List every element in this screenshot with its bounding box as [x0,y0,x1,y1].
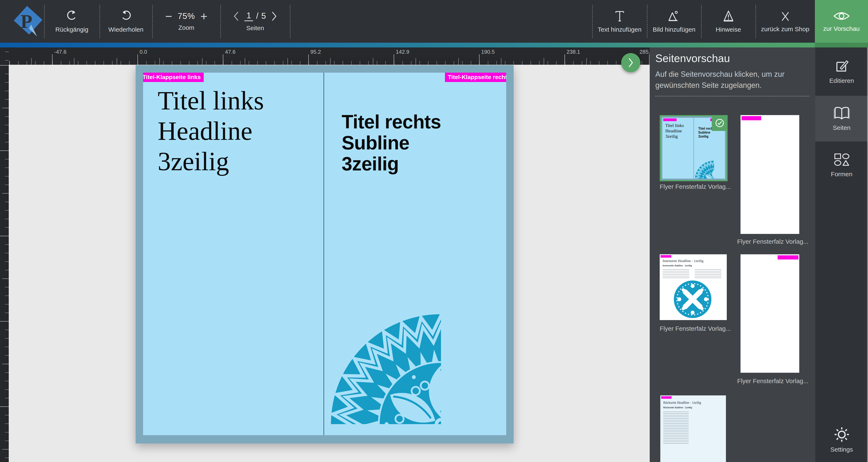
app-window: P Rückgängig Wiederholen [0,0,868,462]
redo-button[interactable]: Wiederholen [99,0,152,43]
horizontal-ruler: -47.6 0.0 47.6 95.2 142.9 190.5 238.1 28… [9,47,650,65]
pages-label: Seiten [246,25,264,32]
svg-text:P: P [21,11,32,32]
mini-title-left: Titel linksHeadline3zeilig [665,123,684,139]
mini-page-tag [660,255,671,258]
tab-seiten[interactable]: Seiten [815,96,868,141]
mini-page-tag [778,255,799,260]
image-icon [668,10,681,23]
ruler-label: 190.5 [8,402,9,427]
panel-subtitle: Auf die Seitenvorschau klicken, um zur g… [655,69,797,91]
window-edge [867,47,868,462]
toolbar-separator [290,5,290,38]
mini-page-tag [742,116,761,120]
zoom-out-button[interactable]: − [165,12,172,21]
ruler-label: 142.9 [8,317,9,342]
thumbnail-caption: Flyer Fensterfalz Vorlag... [737,238,808,245]
text-icon [613,10,626,23]
ruler-label: 238.1 [566,49,580,55]
thumbnail-caption: Flyer Fensterfalz Vorlag... [737,377,808,385]
ruler-label: 95.2 [310,49,321,55]
mini-heading: Rückseite Headline - 1zeilig [663,401,701,404]
preview-button[interactable]: zur Vorschau [815,0,868,43]
ruler-label: 142.9 [396,49,409,55]
thumbnail-page-1[interactable]: Titel linksHeadline3zeilig Titel rechtsS… [660,115,727,181]
zoom-control: − 75% + Zoom [152,0,220,43]
ruler-label: 95.2 [8,232,9,257]
gear-icon [834,427,849,442]
panel-title: Seitenvorschau [655,52,730,65]
next-page-fab[interactable] [621,53,640,72]
shapes-icon [833,152,850,167]
ruler-label: 47.6 [225,49,236,55]
document-page[interactable]: Titel-Klappseite links Titel-Klappseite … [135,65,514,443]
close-icon [779,10,792,22]
vertical-ruler: 0.0 47.6 95.2 142.9 190.5 [0,47,9,462]
mini-page-tag [663,119,677,121]
page-tag-right: Titel-Klappseite rechts [445,73,506,82]
zoom-value[interactable]: 75% [178,11,195,21]
printformer-logo[interactable]: P [10,4,44,39]
mini-subline: Innenseite Subline - 1zeilig [662,264,692,267]
accent-gradient-bar-shade [815,43,868,48]
page-artwork: Titel-Klappseite links Titel-Klappseite … [143,73,506,435]
ruler-label: 0.0 [8,61,9,86]
zoom-label: Zoom [178,24,194,31]
page-nav: 1 / 5 Seiten [220,0,290,43]
tool-rail: Editieren Seiten Formen [815,47,868,462]
warning-icon [722,10,735,23]
mini-heading: Innenseite Headline - 1zeilig [662,259,704,263]
eye-icon [833,11,850,22]
mini-x-ornament [673,280,712,319]
back-to-shop-button[interactable]: zurück zum Shop [755,0,815,43]
book-icon [833,106,850,121]
page-separator: / [256,12,258,21]
canvas-workspace[interactable]: -47.6 0.0 47.6 95.2 142.9 190.5 238.1 28… [0,47,650,462]
undo-icon [65,10,78,23]
selected-check-badge [712,115,727,131]
edit-icon [834,59,849,73]
title-left-textframe[interactable]: Titel linksHeadline3zeilig [158,86,264,177]
hints-button[interactable]: Hinweise [701,0,755,43]
page-preview-panel: Seitenvorschau Auf die Seitenvorschau kl… [650,47,815,462]
thumbnail-page-4[interactable] [741,254,799,373]
accent-gradient-bar [0,43,868,48]
fold-line [323,73,324,435]
panel-divider [655,96,809,97]
title-right-textframe[interactable]: Titel rechtsSubline3zeilig [342,111,441,174]
tab-settings[interactable]: Settings [815,418,868,462]
tab-editieren[interactable]: Editieren [815,47,868,96]
add-text-button[interactable]: Text hinzufügen [592,0,647,43]
ruler-label: 285.7 [640,49,650,55]
page-tag-left: Titel-Klappseite links [143,73,204,82]
preview-label: zur Vorschau [823,25,860,32]
mini-page-tag [661,396,672,399]
undo-button[interactable]: Rückgängig [44,0,99,43]
thumbnail-caption: Flyer Fensterfalz Vorlag... [660,183,731,190]
thumbnail-page-5[interactable]: Rückseite Headline - 1zeilig Rückseite S… [660,395,726,462]
tab-formen[interactable]: Formen [815,141,868,188]
thumbnail-page-2[interactable] [741,115,799,234]
mini-bodytext [695,269,721,279]
add-image-button[interactable]: Bild hinzufügen [647,0,701,43]
ruler-label: 190.5 [481,49,495,55]
prev-page-icon[interactable] [234,11,239,21]
thumbnail-caption: Flyer Fensterfalz Vorlag... [660,325,731,332]
redo-label: Wiederholen [108,26,143,33]
redo-icon [120,10,132,23]
mini-bodytext [662,269,689,279]
ruler-label: 0.0 [140,49,147,55]
zoom-in-button[interactable]: + [200,12,208,21]
top-toolbar: P Rückgängig Wiederholen [0,0,868,43]
thumbnail-page-3[interactable]: Innenseite Headline - 1zeilig Innenseite… [660,254,727,320]
page-total: 5 [261,12,266,21]
ruler-label: -47.6 [54,49,66,55]
mini-subline: Rückseite Subline - 1zeilig [663,406,692,409]
ruler-label: 47.6 [8,146,9,171]
mini-bodytext [663,411,689,445]
next-page-icon[interactable] [272,11,277,21]
undo-label: Rückgängig [55,26,88,33]
current-page-input[interactable]: 1 [244,11,253,21]
